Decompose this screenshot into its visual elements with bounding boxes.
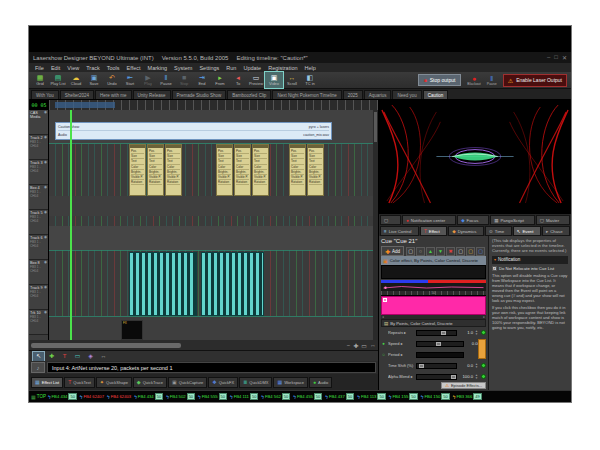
- timeline-tab[interactable]: Next Night Pokemon Timeline: [272, 90, 341, 99]
- effect-event-block[interactable]: PosSizeTextColorBrightn.Visible P.Rotati…: [234, 144, 251, 196]
- effect-tool-button[interactable]: ▼: [436, 247, 445, 256]
- toolbar-button[interactable]: ↶ Undo: [103, 72, 121, 88]
- slider-groove[interactable]: [416, 341, 464, 347]
- toolbar-button[interactable]: ☁ Cloud: [67, 72, 85, 88]
- track-eye-icon[interactable]: ◉: [44, 111, 47, 115]
- effect-tool-button[interactable]: ▢: [466, 247, 475, 256]
- menu-item[interactable]: Run: [223, 65, 239, 71]
- menu-item[interactable]: Edit: [48, 65, 63, 71]
- timeline-ruler[interactable]: [49, 100, 378, 110]
- playhead-cursor[interactable]: [70, 110, 72, 340]
- dock-tab[interactable]: ◆ QuickTrace: [133, 377, 167, 388]
- media-icon[interactable]: ♪: [31, 362, 45, 373]
- menu-item[interactable]: Marking: [145, 65, 171, 71]
- controller-status-item[interactable]: ϟ FB4 62403: [107, 393, 131, 400]
- toolbar-button[interactable]: ▦ Grid: [31, 72, 49, 88]
- slider-groove[interactable]: [416, 374, 457, 380]
- toolbar-button[interactable]: ▶ Play: [139, 72, 157, 88]
- timeline-tool-button[interactable]: ✚: [46, 352, 57, 361]
- spinner-icons[interactable]: ▲▼: [475, 374, 479, 380]
- timeline-tab[interactable]: Aquarius: [364, 90, 392, 99]
- minimize-button[interactable]: –: [547, 54, 550, 61]
- controller-status-item[interactable]: ϟ FB4 434 50: [134, 393, 163, 400]
- zoom-control-icon[interactable]: ↔: [370, 342, 376, 349]
- enable-laser-output-button[interactable]: ⚠ Enable Laser Output: [503, 74, 567, 87]
- timeline-canvas[interactable]: Caution show pyro + lasers Audio caution…: [49, 110, 373, 340]
- timeline-tab[interactable]: With You: [31, 90, 59, 99]
- toolbar-button[interactable]: ◧ TC in: [301, 72, 319, 88]
- effect-tool-button[interactable]: ✖: [446, 247, 455, 256]
- effect-event-block[interactable]: PosSizeTextColorBrightn.Visible P.Rotati…: [165, 144, 182, 196]
- track-eye-icon[interactable]: ◉: [44, 261, 47, 265]
- track-header[interactable]: Track 6 FB3 1 - CH04 ◉: [29, 235, 48, 260]
- effect-curve-editor[interactable]: [381, 283, 486, 291]
- zoom-control-icon[interactable]: ✚: [353, 342, 358, 349]
- panel-tab[interactable]: ◆ Focus: [457, 215, 489, 225]
- slider-groove[interactable]: [416, 363, 457, 369]
- menu-item[interactable]: View: [64, 65, 82, 71]
- dock-tab[interactable]: T QuickText: [64, 377, 95, 388]
- track-header[interactable]: Box 4 FB3 1 - CH04 ◉: [29, 185, 48, 210]
- timeline-tab[interactable]: Unity Release: [133, 90, 171, 99]
- menu-item[interactable]: Effect: [124, 65, 144, 71]
- track-eye-icon[interactable]: ◉: [44, 186, 47, 190]
- track-header[interactable]: CAS Media ◉: [29, 110, 48, 135]
- track-header[interactable]: Track 2 FB3 1 - CH04 ◉: [29, 135, 48, 160]
- timeline-tab[interactable]: Bamboozled Clip: [227, 90, 271, 99]
- track-header[interactable]: Track 9 FB3 1 - CH04 ◉: [29, 285, 48, 310]
- controller-status-item[interactable]: ϟ FB4 62407: [80, 393, 104, 400]
- timeline-tool-button[interactable]: ◈: [85, 352, 96, 361]
- enable-led[interactable]: [481, 330, 486, 335]
- effect-tool-button[interactable]: ▢: [476, 247, 485, 256]
- enable-led[interactable]: [481, 363, 486, 368]
- menu-item[interactable]: Registration: [265, 65, 300, 71]
- panel-tab[interactable]: ● Notification center: [402, 215, 456, 225]
- effect-tool-button[interactable]: ○: [416, 247, 425, 256]
- timeline-tab[interactable]: Here with me: [95, 90, 132, 99]
- track-header[interactable]: Box 8 FB3 1 - CH04 ◉: [29, 260, 48, 285]
- timeline-horizontal-scrollbar[interactable]: −✚▭↔: [29, 340, 378, 350]
- close-button[interactable]: ✕: [562, 54, 567, 61]
- color-handle[interactable]: [383, 298, 387, 302]
- panel-tab[interactable]: ▦ PangoScript: [490, 215, 535, 225]
- menu-item[interactable]: Update: [240, 65, 264, 71]
- timeline-tab[interactable]: Shelter2024: [60, 90, 94, 99]
- toolbar-button[interactable]: ▸ From: [211, 72, 229, 88]
- stop-output-button[interactable]: ■ Stop output: [418, 74, 462, 86]
- timeline-tab[interactable]: 2025: [343, 90, 363, 99]
- scroll-thumb[interactable]: [31, 343, 181, 348]
- beam-sequence-block[interactable]: [129, 252, 197, 316]
- controller-status-item[interactable]: ϟ FB4 437 50: [325, 393, 354, 400]
- effect-tool-button[interactable]: ▢: [406, 247, 415, 256]
- color-editor-swatch[interactable]: [381, 296, 486, 315]
- zoom-control-icon[interactable]: ▭: [361, 342, 367, 349]
- toolbar-button[interactable]: ▣ Save: [85, 72, 103, 88]
- dock-tab[interactable]: ❖ QuickFX: [208, 377, 238, 388]
- toolbar-button[interactable]: ■ Stop: [175, 72, 193, 88]
- controller-status-item[interactable]: ϟ FB3 366 49: [453, 393, 482, 400]
- speed-mode-widget[interactable]: [478, 339, 486, 359]
- menu-item[interactable]: Track: [83, 65, 103, 71]
- checkbox-icon[interactable]: ✓: [492, 266, 497, 271]
- slider-groove[interactable]: [416, 330, 457, 336]
- effect-event-block[interactable]: PosSizeTextColorBrightn.Visible P.Rotati…: [216, 144, 233, 196]
- track-header[interactable]: Trk 10 FB3 1 - CH04 ◉: [29, 310, 48, 335]
- panel-tab[interactable]: T Effect: [420, 226, 447, 236]
- panel-tab[interactable]: ≡ Live Control: [380, 226, 419, 236]
- toolbar-button[interactable]: ◂ To: [229, 72, 247, 88]
- dock-tab[interactable]: ● Audio: [309, 377, 332, 388]
- beam-sequence-block[interactable]: [201, 252, 264, 316]
- maximize-button[interactable]: □: [554, 54, 558, 61]
- track-eye-icon[interactable]: ◉: [44, 136, 47, 140]
- track-eye-icon[interactable]: ◉: [44, 211, 47, 215]
- controller-status-item[interactable]: ϟ FB4 502 50: [166, 393, 195, 400]
- blackout-button[interactable]: ● Blackout: [467, 75, 480, 86]
- clip-event-block[interactable]: FX: [121, 320, 143, 340]
- effect-event-block[interactable]: PosSizeTextColorBrightn.Visible P.Rotati…: [289, 144, 306, 196]
- toolbar-button[interactable]: ⇤ Start: [121, 72, 139, 88]
- timeline-tool-button[interactable]: T: [59, 352, 70, 361]
- spinner-icons[interactable]: ▲▼: [475, 363, 479, 369]
- panel-tab[interactable]: ▢: [380, 215, 401, 225]
- track-eye-icon[interactable]: ◉: [44, 286, 47, 290]
- effect-event-block[interactable]: PosSizeTextColorBrightn.Visible P.Rotati…: [307, 144, 324, 196]
